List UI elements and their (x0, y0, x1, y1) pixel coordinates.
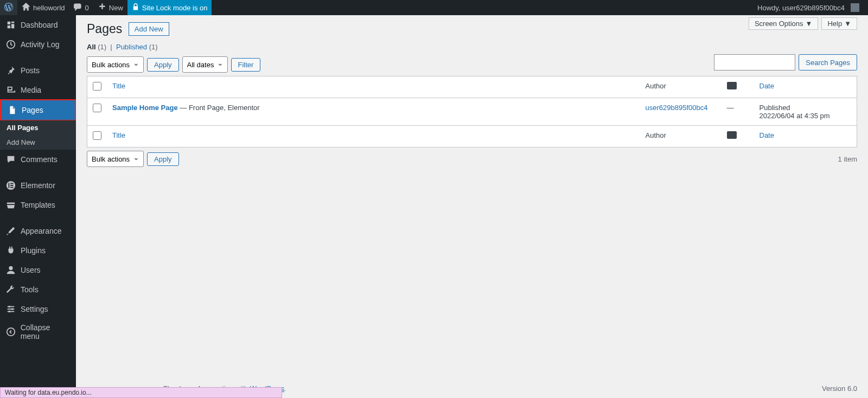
submenu-add-new[interactable]: Add New (0, 135, 76, 150)
title-header[interactable]: Title (107, 76, 640, 98)
sidebar-item-appearance[interactable]: Appearance (0, 221, 76, 241)
select-all-checkbox-footer[interactable] (93, 131, 101, 140)
date-filter-select[interactable]: All dates (182, 56, 228, 73)
sidebar-item-media[interactable]: Media (0, 80, 76, 100)
add-new-button[interactable]: Add New (129, 22, 169, 36)
search-box: Search Pages (714, 54, 857, 70)
row-date-cell: Published 2022/06/04 at 4:35 pm (754, 98, 857, 126)
filter-button[interactable]: Filter (231, 58, 261, 72)
date-status: Published (760, 104, 790, 112)
sidebar-item-comments[interactable]: Comments (0, 150, 76, 169)
sidebar-item-pages[interactable]: Pages (1, 100, 75, 120)
comment-icon (727, 82, 737, 89)
bulk-actions-select-bottom[interactable]: Bulk actions (87, 151, 144, 167)
sidebar-item-label: Tools (21, 285, 39, 294)
site-name-link[interactable]: helloworld (17, 0, 69, 15)
sidebar-item-posts[interactable]: Posts (0, 61, 76, 80)
title-header-link[interactable]: Title (112, 82, 125, 90)
lock-icon (132, 3, 139, 12)
wordpress-logo[interactable] (0, 0, 17, 15)
comment-icon (74, 3, 82, 13)
pin-icon (5, 65, 16, 76)
tablenav-bottom: Bulk actions Apply 1 item (87, 151, 857, 167)
screen-meta-tabs: Screen Options ▼ Help ▼ (749, 17, 857, 30)
search-pages-button[interactable]: Search Pages (799, 54, 857, 70)
filter-published[interactable]: Published (116, 43, 147, 51)
menu-separator (0, 169, 76, 176)
version-text: Version 6.0 (822, 384, 857, 393)
admin-bar: helloworld 0 New Site Lock mode is on Ho… (0, 0, 868, 15)
comment-icon (5, 154, 16, 165)
admin-sidebar: Dashboard Activity Log Posts Media Pages… (0, 15, 76, 398)
new-label: New (109, 4, 123, 12)
row-select-cell (87, 98, 107, 126)
date-header-link[interactable]: Date (760, 82, 774, 90)
date-footer[interactable]: Date (754, 126, 857, 147)
caret-down-icon: ▼ (844, 20, 851, 28)
user-icon (5, 265, 16, 275)
sidebar-item-tools[interactable]: Tools (0, 280, 76, 299)
date-header[interactable]: Date (754, 76, 857, 98)
comments-link[interactable]: 0 (69, 0, 93, 15)
filter-published-count: (1) (149, 43, 158, 51)
svg-rect-4 (10, 185, 13, 186)
screen-options-tab[interactable]: Screen Options ▼ (749, 17, 818, 30)
title-footer-link[interactable]: Title (112, 131, 125, 139)
apply-button[interactable]: Apply (147, 58, 179, 72)
select-all-footer (87, 126, 107, 147)
author-link[interactable]: user629b895f00bc4 (646, 104, 708, 112)
sidebar-item-elementor[interactable]: Elementor (0, 176, 76, 195)
admin-bar-right: Howdy, user629b895f00bc4 (753, 0, 868, 15)
row-author-cell: user629b895f00bc4 (640, 98, 722, 126)
my-account-link[interactable]: Howdy, user629b895f00bc4 (753, 0, 864, 15)
sidebar-item-label: Media (21, 86, 41, 94)
wrench-icon (5, 284, 16, 295)
comments-count: 0 (85, 4, 89, 12)
items-count-bottom: 1 item (838, 155, 857, 163)
sidebar-item-templates[interactable]: Templates (0, 195, 76, 215)
submenu-all-pages[interactable]: All Pages (0, 120, 76, 135)
plug-icon (5, 245, 16, 256)
sidebar-item-plugins[interactable]: Plugins (0, 241, 76, 260)
pages-table: Title Author Date Sample Home Page — Fro… (87, 76, 857, 147)
page-title: Pages (87, 15, 122, 38)
row-comments-cell: — (722, 98, 754, 126)
comments-footer[interactable] (722, 126, 754, 147)
apply-button-bottom[interactable]: Apply (147, 152, 179, 166)
filter-all-label: All (87, 43, 96, 51)
search-input[interactable] (714, 54, 795, 70)
date-footer-link[interactable]: Date (760, 131, 774, 139)
row-select-checkbox[interactable] (93, 104, 101, 112)
new-content-link[interactable]: New (93, 0, 127, 15)
pages-submenu: All Pages Add New (0, 120, 76, 150)
sidebar-item-dashboard[interactable]: Dashboard (0, 15, 76, 35)
sidebar-item-label: Dashboard (21, 21, 58, 29)
sidebar-item-label: Plugins (21, 246, 46, 255)
select-all-header (87, 76, 107, 98)
sidebar-item-collapse[interactable]: Collapse menu (0, 319, 76, 345)
filter-all[interactable]: All (87, 43, 96, 51)
menu-separator (0, 215, 76, 221)
sidebar-item-settings[interactable]: Settings (0, 299, 76, 319)
admin-bar-left: helloworld 0 New Site Lock mode is on (0, 0, 212, 15)
page-title-link[interactable]: Sample Home Page (112, 104, 178, 112)
page-icon (7, 105, 17, 115)
help-label: Help (827, 20, 842, 28)
comments-header[interactable] (722, 76, 754, 98)
sidebar-item-users[interactable]: Users (0, 260, 76, 280)
site-name: helloworld (33, 4, 65, 12)
title-footer[interactable]: Title (107, 126, 640, 147)
author-header: Author (640, 76, 722, 98)
activity-icon (5, 39, 16, 50)
site-lock-link[interactable]: Site Lock mode is on (127, 0, 212, 15)
comment-icon (727, 131, 737, 139)
main-content: Screen Options ▼ Help ▼ Pages Add New Al… (76, 15, 868, 398)
select-all-checkbox[interactable] (93, 82, 101, 91)
help-tab[interactable]: Help ▼ (821, 17, 857, 30)
sidebar-item-activity-log[interactable]: Activity Log (0, 35, 76, 54)
svg-point-12 (9, 311, 11, 313)
howdy-text: Howdy, user629b895f00bc4 (757, 4, 845, 12)
bulk-actions-select[interactable]: Bulk actions (87, 56, 144, 73)
view-filters: All (1) | Published (1) (87, 43, 857, 51)
brush-icon (5, 226, 16, 236)
